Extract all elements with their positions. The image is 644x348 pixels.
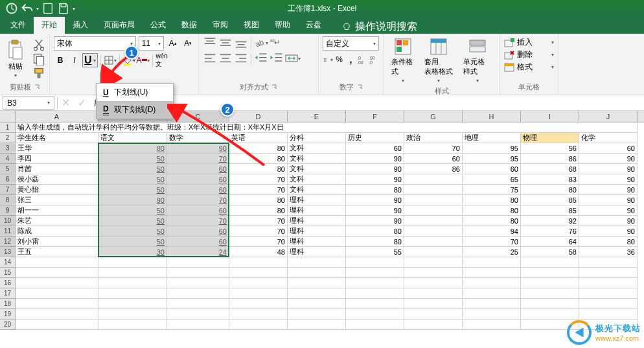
new-icon[interactable]: [41, 2, 54, 15]
cell-C17[interactable]: [167, 288, 229, 299]
cell-I8[interactable]: 85: [521, 195, 579, 205]
cell-H3[interactable]: 95: [463, 143, 521, 154]
cell-B13[interactable]: 30: [98, 247, 167, 257]
cell-A13[interactable]: 王五: [16, 247, 98, 257]
italic-button[interactable]: I: [68, 54, 81, 67]
col-header-I[interactable]: I: [521, 111, 579, 122]
cell-I2[interactable]: 物理: [521, 133, 579, 143]
row-header-14[interactable]: 14: [0, 257, 16, 268]
save-icon[interactable]: [57, 2, 70, 15]
cell-E9[interactable]: 理科: [288, 205, 346, 216]
cell-C16[interactable]: [167, 278, 229, 288]
align-left-icon[interactable]: [203, 52, 217, 65]
row-header-4[interactable]: 4: [0, 154, 16, 164]
cell-C15[interactable]: [167, 268, 229, 278]
cell-H7[interactable]: 75: [463, 185, 521, 195]
alignment-dialog-icon[interactable]: [271, 84, 277, 90]
cell-C18[interactable]: [167, 299, 229, 309]
cell-D5[interactable]: 80: [229, 164, 288, 174]
cell-E18[interactable]: [288, 299, 346, 309]
col-header-E[interactable]: E: [288, 111, 346, 122]
cell-A4[interactable]: 李四: [16, 154, 98, 164]
cell-G19[interactable]: [404, 309, 463, 319]
cell-E4[interactable]: 文科: [288, 154, 346, 164]
row-header-16[interactable]: 16: [0, 278, 16, 288]
cell-B7[interactable]: 50: [98, 185, 167, 195]
cell-D18[interactable]: [229, 299, 288, 309]
increase-decimal-icon[interactable]: .0.00: [357, 53, 367, 66]
orientation-icon[interactable]: ab▾: [254, 36, 268, 49]
cell-I12[interactable]: 64: [521, 237, 579, 247]
cell-E3[interactable]: 文科: [288, 143, 346, 154]
format-cells-button[interactable]: 格式▾: [504, 61, 554, 73]
clipboard-dialog-icon[interactable]: [34, 84, 40, 90]
format-painter-icon[interactable]: [32, 67, 45, 80]
cell-F17[interactable]: [346, 288, 404, 299]
cell-I5[interactable]: 68: [521, 164, 579, 174]
cell-F16[interactable]: [346, 278, 404, 288]
cell-styles-button[interactable]: 单元格样式▾: [459, 36, 496, 85]
cell-D6[interactable]: 70: [229, 174, 288, 185]
paste-button[interactable]: 粘贴 ▾: [4, 38, 27, 80]
cell-E13[interactable]: 理科: [288, 247, 346, 257]
cell-C6[interactable]: 60: [167, 174, 229, 185]
col-header-J[interactable]: J: [579, 111, 638, 122]
cell-I9[interactable]: 85: [521, 205, 579, 216]
cell-A9[interactable]: 胡一一: [16, 205, 98, 216]
tab-file[interactable]: 文件: [3, 16, 34, 34]
cell-I16[interactable]: [521, 278, 579, 288]
cell-A15[interactable]: [16, 268, 98, 278]
cell-D12[interactable]: 70: [229, 237, 288, 247]
cell-H20[interactable]: [463, 319, 521, 330]
cell-D4[interactable]: 80: [229, 154, 288, 164]
cell-D11[interactable]: 70: [229, 226, 288, 237]
font-size-selector[interactable]: 11▾: [139, 36, 164, 51]
cell-D16[interactable]: [229, 278, 288, 288]
cell-H16[interactable]: [463, 278, 521, 288]
increase-font-icon[interactable]: A▴: [167, 37, 179, 50]
insert-cells-button[interactable]: 插入▾: [504, 36, 554, 49]
cell-B14[interactable]: [98, 257, 167, 268]
cell-F12[interactable]: 80: [346, 237, 404, 247]
col-header-A[interactable]: A: [16, 111, 98, 122]
cell-H15[interactable]: [463, 268, 521, 278]
cell-D17[interactable]: [229, 288, 288, 299]
cell-E19[interactable]: [288, 309, 346, 319]
row-header-20[interactable]: 20: [0, 319, 16, 330]
row-header-10[interactable]: 10: [0, 216, 16, 226]
cell-D8[interactable]: 80: [229, 195, 288, 205]
cell-A17[interactable]: [16, 288, 98, 299]
cell-J15[interactable]: [579, 268, 638, 278]
cell-H5[interactable]: 60: [463, 164, 521, 174]
cell-C2[interactable]: 数学: [167, 133, 229, 143]
align-bottom-icon[interactable]: [234, 36, 248, 49]
cell-F13[interactable]: 55: [346, 247, 404, 257]
cell-J14[interactable]: [579, 257, 638, 268]
select-all-corner[interactable]: [0, 111, 16, 122]
cell-F10[interactable]: 90: [346, 216, 404, 226]
cell-C12[interactable]: 60: [167, 237, 229, 247]
tab-help[interactable]: 帮助: [267, 16, 298, 34]
cell-G10[interactable]: [404, 216, 463, 226]
cell-A2[interactable]: 学生姓名: [16, 133, 98, 143]
increase-indent-icon[interactable]: [270, 52, 284, 65]
cell-H17[interactable]: [463, 288, 521, 299]
decrease-indent-icon[interactable]: [254, 52, 268, 65]
align-top-icon[interactable]: [203, 36, 217, 49]
cell-J4[interactable]: 90: [579, 154, 638, 164]
underline-single-item[interactable]: U下划线(U): [97, 84, 173, 101]
cell-H10[interactable]: 80: [463, 216, 521, 226]
cancel-formula-icon[interactable]: ✕: [58, 97, 74, 109]
cell-C19[interactable]: [167, 309, 229, 319]
row-header-19[interactable]: 19: [0, 309, 16, 319]
cell-E8[interactable]: 理科: [288, 195, 346, 205]
font-name-selector[interactable]: 宋体▾: [54, 36, 136, 51]
cell-F19[interactable]: [346, 309, 404, 319]
cell-F15[interactable]: [346, 268, 404, 278]
cell-E10[interactable]: 理科: [288, 216, 346, 226]
cell-A3[interactable]: 王华: [16, 143, 98, 154]
cell-I3[interactable]: 56: [521, 143, 579, 154]
cell-B20[interactable]: [98, 319, 167, 330]
cell-G16[interactable]: [404, 278, 463, 288]
delete-cells-button[interactable]: 删除▾: [504, 49, 554, 61]
